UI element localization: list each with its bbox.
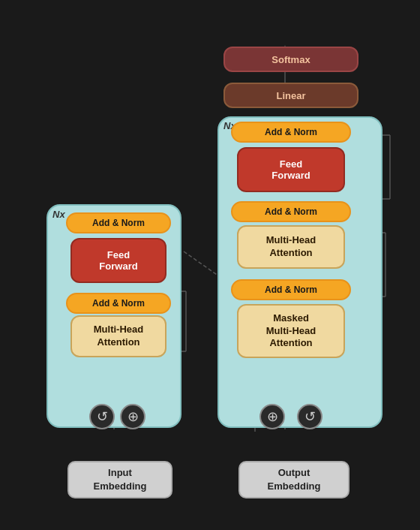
transformer-diagram: Nx Add & Norm Feed Forward Add & Norm Mu… [0, 0, 420, 530]
decoder-pos-enc-icon: ⊕ [260, 404, 285, 429]
decoder-wave-icon: ↺ [297, 404, 322, 429]
encoder-nx-label: Nx [52, 209, 65, 220]
encoder-add-norm-1: Add & Norm [66, 212, 171, 233]
linear-box: Linear [224, 83, 358, 108]
decoder-add-norm-1: Add & Norm [231, 122, 351, 143]
encoder-multi-head: Multi-Head Attention [70, 315, 166, 357]
decoder-multi-head: Multi-Head Attention [237, 225, 345, 269]
softmax-box: Softmax [224, 47, 358, 72]
encoder-feed-forward: Feed Forward [70, 238, 166, 283]
encoder-wave-icon: ↺ [89, 404, 115, 429]
decoder-masked-multi-head: Masked Multi-Head Attention [237, 304, 345, 358]
decoder-add-norm-2: Add & Norm [231, 201, 351, 222]
encoder-pos-enc-icon: ⊕ [120, 404, 146, 429]
input-embedding-box: Input Embedding [68, 461, 172, 498]
decoder-add-norm-3: Add & Norm [231, 279, 351, 300]
decoder-feed-forward: Feed Forward [237, 147, 345, 192]
encoder-add-norm-2: Add & Norm [66, 293, 171, 314]
svg-line-31 [184, 251, 221, 278]
output-embedding-box: Output Embedding [238, 461, 350, 498]
